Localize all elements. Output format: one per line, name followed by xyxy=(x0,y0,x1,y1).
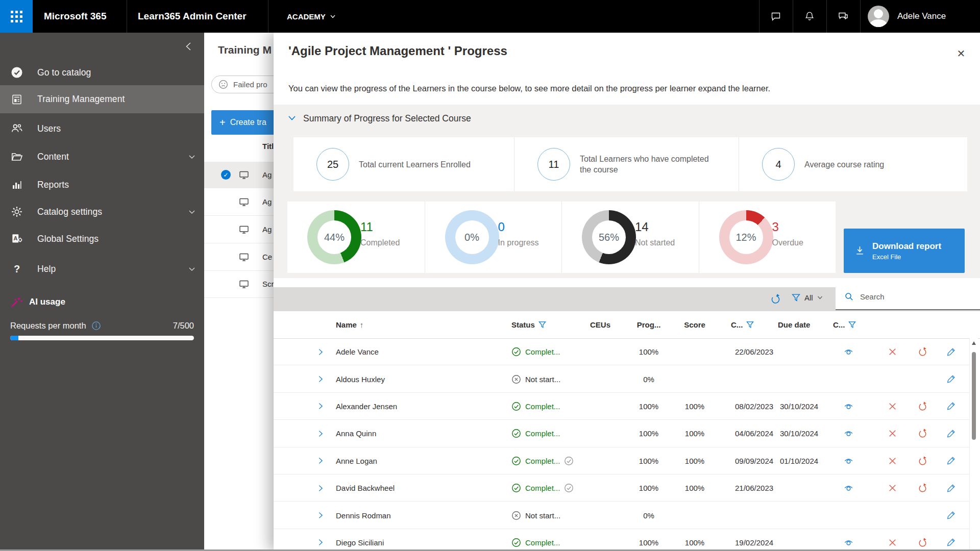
donut-chart: 0% xyxy=(445,210,499,264)
remove-learner-button[interactable] xyxy=(886,529,898,551)
edit-learner-button[interactable] xyxy=(945,447,958,474)
background-table-row[interactable]: ✓ Ag xyxy=(204,162,274,188)
eye-icon xyxy=(843,537,854,548)
edit-learner-button[interactable] xyxy=(945,529,958,551)
column-header-certificate[interactable]: C... xyxy=(833,311,856,338)
retake-course-button[interactable] xyxy=(916,393,928,420)
column-header-progress[interactable]: Prog... xyxy=(631,311,667,338)
app-title[interactable]: Learn365 Admin Center xyxy=(138,0,247,33)
expand-row-chevron[interactable] xyxy=(316,474,327,502)
failed-progress-filter-pill[interactable]: Failed pro xyxy=(211,76,274,93)
view-progress-button[interactable] xyxy=(842,393,854,420)
expand-row-chevron[interactable] xyxy=(316,338,327,365)
remove-learner-button[interactable] xyxy=(886,338,898,365)
app-launcher-button[interactable] xyxy=(0,0,33,33)
retake-course-button[interactable] xyxy=(916,474,928,502)
background-table-row[interactable]: Scr xyxy=(204,270,274,298)
donut-label: Completed xyxy=(360,238,400,247)
notifications-button[interactable] xyxy=(793,0,826,33)
expand-row-chevron[interactable] xyxy=(316,502,327,529)
remove-learner-button[interactable] xyxy=(886,447,898,474)
scrollbar-thumb[interactable] xyxy=(972,352,976,440)
sidebar-item-catalog-settings[interactable]: Catalog settings xyxy=(0,198,204,226)
expand-row-chevron[interactable] xyxy=(316,365,327,392)
sidebar-item-go-to-catalog[interactable]: Go to catalog xyxy=(0,59,204,86)
retake-course-button[interactable] xyxy=(916,529,928,551)
score-value: 100% xyxy=(677,420,713,447)
refresh-button[interactable] xyxy=(770,293,781,305)
column-header-status[interactable]: Status xyxy=(511,311,547,338)
course-title: Scr xyxy=(262,280,274,288)
due-date xyxy=(780,338,840,365)
edit-learner-button[interactable] xyxy=(945,393,958,420)
divider xyxy=(860,0,861,33)
svg-text:A: A xyxy=(13,235,17,241)
edit-learner-button[interactable] xyxy=(945,420,958,447)
download-report-button[interactable]: Download report Excel File xyxy=(844,229,965,273)
expand-row-chevron[interactable] xyxy=(316,529,327,551)
column-header-due-date[interactable]: Due date xyxy=(778,311,810,338)
score-value: 100% xyxy=(677,474,713,502)
expand-row-chevron[interactable] xyxy=(316,393,327,420)
retake-course-button[interactable] xyxy=(916,447,928,474)
view-progress-button[interactable] xyxy=(842,447,854,474)
info-icon[interactable] xyxy=(91,321,101,331)
account-menu[interactable]: Adele Vance xyxy=(868,0,946,33)
search-input[interactable] xyxy=(859,292,963,302)
refresh-icon xyxy=(770,293,781,305)
background-table-title-header[interactable]: Titl xyxy=(262,142,274,151)
remove-learner-button[interactable] xyxy=(886,393,898,420)
scroll-up-arrow[interactable] xyxy=(972,341,976,345)
status-filter-dropdown[interactable]: All xyxy=(791,293,823,303)
retake-course-button[interactable] xyxy=(916,338,928,365)
feedback-button[interactable] xyxy=(826,0,860,33)
stat-label: Total current Learners Enrolled xyxy=(359,159,481,170)
sidebar-item-reports[interactable]: Reports xyxy=(0,171,204,198)
collapse-sidebar-button[interactable] xyxy=(182,39,197,54)
chat-button[interactable] xyxy=(759,0,793,33)
check-circle-icon xyxy=(10,66,23,79)
learner-name: Dennis Rodman xyxy=(336,502,504,529)
column-header-completed-date[interactable]: C... xyxy=(731,311,754,338)
summary-section-toggle[interactable]: Summary of Progress for Selected Course xyxy=(287,110,471,127)
edit-learner-button[interactable] xyxy=(945,338,958,365)
sidebar-item-content[interactable]: Content xyxy=(0,143,204,170)
view-progress-button[interactable] xyxy=(842,529,854,551)
edit-learner-button[interactable] xyxy=(945,474,958,502)
requests-progress-bar[interactable] xyxy=(10,336,194,340)
donut-percent: 0% xyxy=(445,210,499,264)
brand-title[interactable]: Microsoft 365 xyxy=(44,0,106,33)
sidebar-item-help[interactable]: ? Help xyxy=(0,255,204,283)
summary-section-title: Summary of Progress for Selected Course xyxy=(303,113,471,124)
view-progress-button[interactable] xyxy=(842,338,854,365)
edit-learner-button[interactable] xyxy=(945,365,958,392)
background-table-row[interactable]: Ce xyxy=(204,243,274,271)
view-progress-button[interactable] xyxy=(842,474,854,502)
background-table-row[interactable]: Ag xyxy=(204,188,274,216)
expand-row-chevron[interactable] xyxy=(316,447,327,474)
background-table-row[interactable]: Ag xyxy=(204,216,274,243)
table-scrollbar[interactable] xyxy=(969,338,978,551)
column-header-score[interactable]: Score xyxy=(677,311,713,338)
close-icon: ✕ xyxy=(957,47,966,60)
edit-learner-button[interactable] xyxy=(945,502,958,529)
column-header-name[interactable]: Name ↑ xyxy=(336,311,363,338)
tenant-switcher[interactable]: ACADEMY xyxy=(287,0,336,33)
sidebar-item-users[interactable]: Users xyxy=(0,115,204,142)
column-header-ceus[interactable]: CEUs xyxy=(580,311,621,338)
sidebar-item-global-settings[interactable]: A Global Settings xyxy=(0,225,204,253)
certificate-check-icon xyxy=(564,483,574,493)
view-progress-button[interactable] xyxy=(842,420,854,447)
remove-learner-button[interactable] xyxy=(886,420,898,447)
people-icon xyxy=(10,122,23,135)
ceus-value xyxy=(580,420,621,447)
sidebar-item-ai-usage[interactable]: AI usage xyxy=(0,291,204,313)
remove-learner-button[interactable] xyxy=(886,474,898,502)
retake-course-button[interactable] xyxy=(916,420,928,447)
create-training-button[interactable]: + Create tra xyxy=(211,110,274,135)
sidebar-item-training-management[interactable]: Training Management xyxy=(0,85,204,113)
close-button[interactable]: ✕ xyxy=(953,46,969,61)
status-label: Not start... xyxy=(525,511,560,520)
status-label: Complet... xyxy=(525,457,560,465)
expand-row-chevron[interactable] xyxy=(316,420,327,447)
